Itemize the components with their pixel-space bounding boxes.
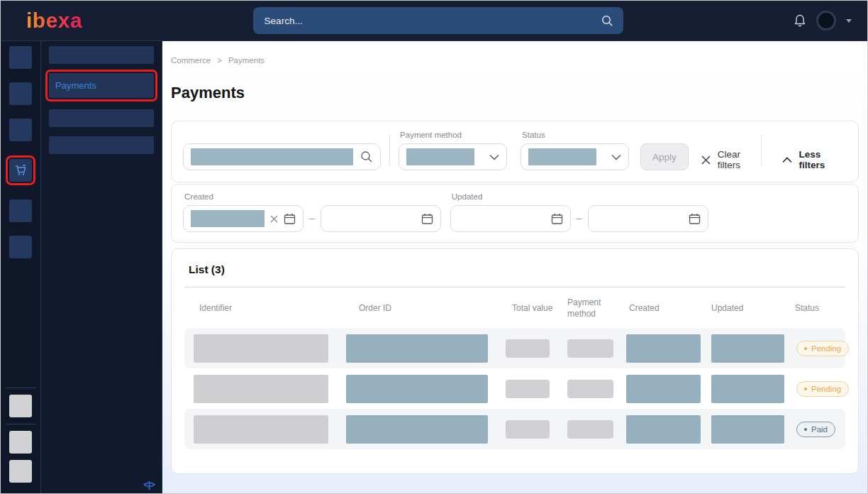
sidebar-item-3[interactable] [49, 109, 154, 127]
sidebar-item-1[interactable] [49, 46, 154, 64]
updated-from-input[interactable] [450, 205, 571, 232]
updated-group: Updated – [450, 192, 708, 232]
table-row[interactable]: Pending [184, 328, 845, 368]
clear-filters-button[interactable]: Clear filters [701, 149, 761, 170]
payment-method-label: Payment method [400, 131, 507, 139]
date-range-separator: – [577, 212, 582, 224]
redacted-created [626, 415, 701, 444]
filter-divider [389, 135, 390, 166]
less-filters-button[interactable]: Less filters [782, 149, 845, 170]
calendar-icon[interactable] [551, 213, 563, 225]
nav-icon-commerce-cart[interactable] [9, 159, 32, 182]
redacted-updated [711, 334, 784, 363]
ibexa-logo: ibexa [26, 10, 82, 31]
sidebar-item-payments-label: Payments [55, 80, 96, 91]
search-icon [601, 15, 613, 27]
col-payment-method: Payment method [555, 297, 612, 319]
clear-date-icon[interactable] [270, 215, 278, 223]
filter-bar: Payment method Status [171, 121, 859, 182]
user-avatar[interactable] [816, 11, 836, 31]
nav-icon-3[interactable] [9, 119, 32, 141]
breadcrumb-separator: > [217, 56, 222, 65]
table-row[interactable]: Paid [184, 409, 845, 449]
sidebar-item-payments[interactable]: Payments [49, 73, 154, 98]
redacted-order-id [346, 334, 488, 363]
col-updated: Updated [704, 303, 786, 313]
chevron-down-icon [611, 154, 621, 160]
payment-method-group: Payment method [399, 131, 507, 170]
filter-search-input[interactable] [183, 143, 381, 170]
search-icon [360, 150, 373, 163]
status-dot [804, 347, 807, 350]
redacted-updated [711, 415, 784, 444]
status-badge-label: Pending [811, 385, 841, 393]
apply-button[interactable]: Apply [640, 143, 689, 170]
nav-bottom-icon-1[interactable] [9, 395, 32, 417]
status-badge: Pending [796, 341, 849, 356]
main-content: Commerce > Payments Payments Payment met… [162, 41, 867, 493]
payment-method-select[interactable] [399, 143, 507, 170]
global-search-input[interactable] [263, 15, 601, 27]
nav-icon-2[interactable] [9, 82, 32, 105]
nav-bottom-icon-2[interactable] [9, 431, 32, 454]
shopping-cart-icon [13, 163, 28, 177]
updated-label: Updated [452, 192, 708, 201]
status-badge-label: Pending [811, 344, 841, 353]
global-search[interactable] [253, 7, 623, 34]
calendar-icon[interactable] [284, 213, 296, 225]
status-select[interactable] [521, 143, 629, 170]
redacted-identifier [194, 334, 328, 363]
sidebar-item-4[interactable] [49, 136, 154, 154]
clear-filters-label: Clear filters [718, 149, 761, 170]
close-icon [701, 155, 711, 165]
redacted-payment-method [567, 380, 613, 398]
updated-to-input[interactable] [588, 205, 708, 232]
calendar-icon[interactable] [421, 213, 433, 225]
status-label: Status [522, 131, 629, 139]
calendar-icon[interactable] [689, 213, 701, 225]
nav-icon-5[interactable] [9, 199, 32, 222]
list-title: List (3) [184, 249, 845, 276]
secondary-sidebar: Payments <|> [41, 41, 162, 493]
topbar: ibexa [1, 1, 867, 41]
main-nav-rail [1, 41, 41, 493]
redacted-total-value [506, 420, 550, 439]
table-row[interactable]: Pending [184, 368, 845, 409]
redacted-created [626, 375, 701, 403]
breadcrumb-payments[interactable]: Payments [228, 56, 265, 65]
redacted-order-id [346, 375, 488, 403]
col-order-id: Order ID [335, 303, 495, 313]
redacted-search-value [191, 148, 353, 165]
user-menu-caret-icon[interactable] [846, 19, 852, 23]
status-badge: Pending [796, 381, 849, 397]
col-created: Created [619, 303, 704, 313]
redacted-payment-method [567, 420, 613, 439]
nav-bottom-icon-3[interactable] [9, 460, 32, 483]
nav-icon-1[interactable] [9, 46, 32, 69]
created-label: Created [184, 192, 441, 201]
filter-divider-2 [761, 135, 762, 166]
payments-list-card: List (3) Identifier Order ID Total value… [171, 248, 859, 474]
redacted-total-value [506, 380, 550, 398]
status-dot [804, 388, 807, 390]
created-group: Created – [183, 192, 441, 232]
topbar-center [82, 7, 794, 34]
status-dot [804, 428, 807, 431]
created-from-input[interactable] [183, 205, 304, 232]
nav-icon-6[interactable] [9, 236, 32, 258]
date-filter-bar: Created – [171, 184, 859, 243]
created-to-input[interactable] [321, 205, 441, 232]
page-title: Payments [171, 84, 859, 102]
app-window: ibexa [0, 0, 868, 494]
chevron-up-icon [782, 157, 792, 163]
notification-bell-icon[interactable] [794, 13, 806, 28]
sidebar-collapse-icon[interactable]: <|> [143, 479, 155, 490]
nav-rail-divider-2 [6, 424, 35, 424]
redacted-updated [711, 375, 784, 403]
redacted-identifier [194, 415, 328, 444]
status-badge: Paid [796, 422, 835, 437]
less-filters-label: Less filters [799, 149, 845, 170]
breadcrumb-commerce[interactable]: Commerce [171, 56, 211, 65]
topbar-right [794, 11, 852, 31]
status-group: Status [521, 131, 629, 170]
